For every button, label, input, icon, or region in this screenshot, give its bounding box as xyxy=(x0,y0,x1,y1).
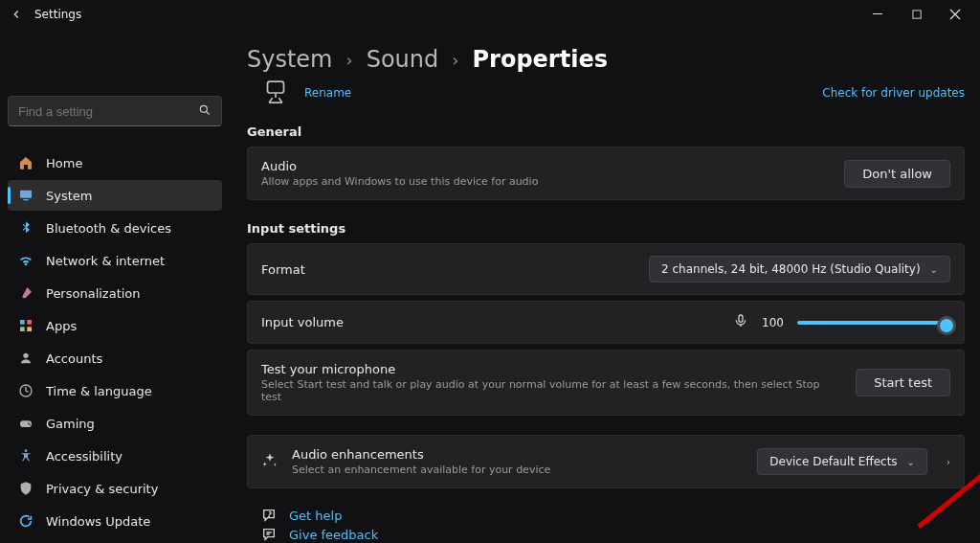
sidebar-item-accounts[interactable]: Accounts xyxy=(8,343,222,373)
format-dropdown[interactable]: 2 channels, 24 bit, 48000 Hz (Studio Qua… xyxy=(649,256,950,283)
audio-card-subtitle: Allow apps and Windows to use this devic… xyxy=(261,175,831,188)
microphone-device-icon xyxy=(247,79,304,106)
breadcrumb: System › Sound › Properties xyxy=(247,29,965,73)
svg-point-14 xyxy=(25,449,28,452)
svg-rect-15 xyxy=(268,81,284,93)
search-icon xyxy=(198,103,212,120)
enhancements-value: Device Default Effects xyxy=(769,455,897,468)
shield-icon xyxy=(17,481,34,496)
wifi-icon xyxy=(17,253,34,268)
accessibility-icon xyxy=(17,448,34,464)
sidebar-item-label: Windows Update xyxy=(46,514,150,529)
sidebar-item-home[interactable]: Home xyxy=(8,147,222,178)
apps-icon xyxy=(17,318,34,333)
sidebar-item-accessibility[interactable]: Accessibility xyxy=(8,441,222,471)
test-microphone-title: Test your microphone xyxy=(261,362,842,376)
sidebar-item-time-language[interactable]: Time & language xyxy=(8,375,222,406)
sidebar: Home System Bluetooth & devices Network … xyxy=(0,29,230,543)
sidebar-item-system[interactable]: System xyxy=(8,180,222,211)
audio-enhancements-subtitle: Select an enhancement available for your… xyxy=(292,464,744,476)
svg-rect-4 xyxy=(23,199,28,200)
input-volume-slider[interactable] xyxy=(797,321,950,325)
close-button[interactable] xyxy=(936,3,974,26)
sidebar-item-windows-update[interactable]: Windows Update xyxy=(8,506,222,536)
sidebar-item-bluetooth[interactable]: Bluetooth & devices xyxy=(8,213,222,243)
svg-rect-3 xyxy=(20,191,32,198)
rename-link[interactable]: Rename xyxy=(304,86,351,100)
audio-enhancements-card[interactable]: Audio enhancements Select an enhancement… xyxy=(247,435,965,488)
svg-point-9 xyxy=(23,353,28,358)
svg-rect-8 xyxy=(27,327,32,331)
search-field[interactable] xyxy=(18,104,198,119)
svg-rect-5 xyxy=(20,320,25,325)
slider-thumb[interactable] xyxy=(937,316,956,335)
dont-allow-button[interactable]: Don't allow xyxy=(844,160,950,188)
test-microphone-card: Test your microphone Select Start test a… xyxy=(247,350,965,416)
svg-point-13 xyxy=(29,424,31,426)
get-help-link[interactable]: Get help xyxy=(247,504,965,523)
sidebar-item-privacy[interactable]: Privacy & security xyxy=(8,473,222,504)
check-driver-updates-link[interactable]: Check for driver updates xyxy=(822,86,965,100)
chevron-down-icon: ⌄ xyxy=(907,457,915,467)
sparkles-icon xyxy=(261,452,278,472)
sidebar-item-label: Network & internet xyxy=(46,254,165,268)
svg-point-2 xyxy=(200,105,207,112)
start-test-button[interactable]: Start test xyxy=(856,369,950,396)
sidebar-nav: Home System Bluetooth & devices Network … xyxy=(8,147,222,536)
update-icon xyxy=(17,513,34,529)
microphone-icon[interactable] xyxy=(733,313,748,331)
svg-rect-0 xyxy=(873,13,882,14)
svg-rect-7 xyxy=(20,327,25,331)
audio-card-title: Audio xyxy=(261,159,831,173)
audio-card: Audio Allow apps and Windows to use this… xyxy=(247,147,965,200)
search-input[interactable] xyxy=(8,96,222,126)
content: System › Sound › Properties Rename Check… xyxy=(230,29,980,543)
sidebar-item-personalization[interactable]: Personalization xyxy=(8,278,222,308)
sidebar-item-label: System xyxy=(46,189,92,203)
titlebar: Settings xyxy=(0,0,980,29)
gaming-icon xyxy=(17,416,34,431)
sidebar-item-network[interactable]: Network & internet xyxy=(8,245,222,276)
svg-rect-16 xyxy=(739,315,743,322)
bluetooth-icon xyxy=(17,220,34,236)
input-volume-card: Input volume 100 xyxy=(247,301,965,344)
breadcrumb-sound[interactable]: Sound xyxy=(367,46,439,73)
sidebar-item-label: Gaming xyxy=(46,417,95,431)
window-title: Settings xyxy=(34,8,81,21)
system-icon xyxy=(17,188,34,203)
format-card-title: Format xyxy=(261,262,635,277)
give-feedback-link[interactable]: Give feedback xyxy=(247,523,965,542)
back-button[interactable] xyxy=(6,4,27,25)
input-settings-section-label: Input settings xyxy=(247,221,965,236)
sidebar-item-label: Privacy & security xyxy=(46,482,158,496)
sidebar-item-label: Time & language xyxy=(46,384,152,398)
sidebar-item-gaming[interactable]: Gaming xyxy=(8,408,222,439)
breadcrumb-system[interactable]: System xyxy=(247,46,333,73)
home-icon xyxy=(17,155,34,170)
feedback-icon xyxy=(260,527,278,542)
audio-enhancements-title: Audio enhancements xyxy=(292,447,744,462)
sidebar-item-label: Personalization xyxy=(46,286,141,301)
test-microphone-subtitle: Select Start test and talk or play audio… xyxy=(261,378,842,403)
sidebar-item-label: Home xyxy=(46,156,82,170)
clock-globe-icon xyxy=(17,383,34,398)
device-header: Rename Check for driver updates xyxy=(247,79,965,107)
chevron-right-icon: › xyxy=(947,457,950,467)
chevron-down-icon: ⌄ xyxy=(930,264,938,275)
maximize-button[interactable] xyxy=(898,3,936,26)
person-icon xyxy=(17,351,34,366)
chevron-right-icon: › xyxy=(346,50,353,70)
sidebar-item-label: Bluetooth & devices xyxy=(46,221,171,236)
minimize-button[interactable] xyxy=(859,3,898,26)
chevron-right-icon: › xyxy=(452,50,458,70)
help-icon xyxy=(260,508,278,523)
format-card[interactable]: Format 2 channels, 24 bit, 48000 Hz (Stu… xyxy=(247,243,965,295)
input-volume-value: 100 xyxy=(762,316,784,329)
sidebar-item-label: Accounts xyxy=(46,351,102,366)
svg-rect-1 xyxy=(912,10,920,17)
sidebar-item-label: Accessibility xyxy=(46,449,122,464)
enhancements-dropdown[interactable]: Device Default Effects ⌄ xyxy=(757,448,927,475)
format-value: 2 channels, 24 bit, 48000 Hz (Studio Qua… xyxy=(661,262,921,276)
general-section-label: General xyxy=(247,124,965,139)
sidebar-item-apps[interactable]: Apps xyxy=(8,310,222,341)
